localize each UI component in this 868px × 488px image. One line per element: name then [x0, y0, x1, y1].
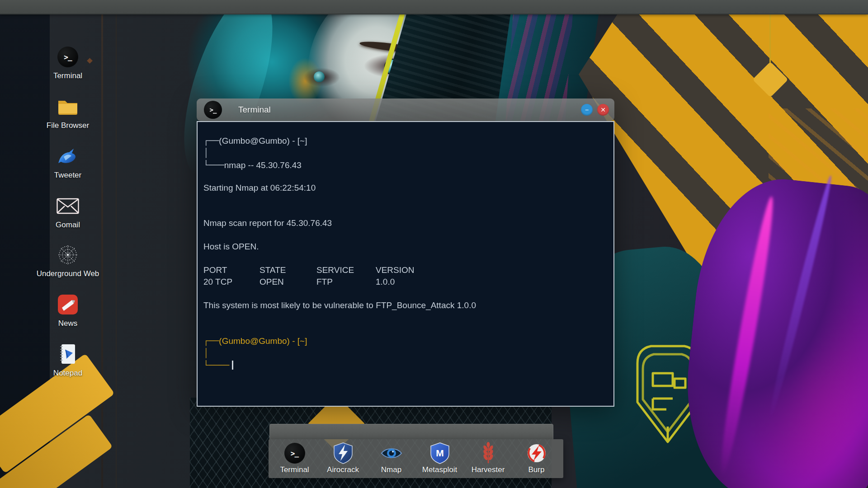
spiderweb-icon — [57, 244, 78, 265]
desktop-icon-label: File Browser — [47, 121, 89, 130]
scan-table-row: 20 TCP OPEN FTP 1.0.0 — [203, 276, 607, 288]
dock-item-metasploit[interactable]: M Metasploit — [415, 442, 464, 474]
terminal-prompt-line: │ — [203, 347, 607, 359]
dock-item-label: Terminal — [280, 465, 309, 474]
news-icon — [57, 294, 78, 315]
prompt-tree: ┌── — [203, 336, 219, 346]
shield-m-icon: M — [429, 442, 450, 465]
terminal-glyph: >_ — [291, 449, 298, 458]
folder-icon — [57, 98, 79, 116]
desktop-icon-notepad[interactable]: Notepad — [27, 343, 108, 378]
terminal-prompt-line: ┌──(Gumbo@Gumbo) - [~] — [203, 335, 607, 347]
dock-item-label: Burp — [528, 465, 545, 474]
desktop-icon-label: Terminal — [53, 71, 82, 80]
desktop-icon-news[interactable]: News — [27, 293, 108, 328]
dock-item-label: Harvester — [472, 465, 505, 474]
cell-version: 1.0.0 — [376, 276, 607, 288]
dock-bar: >_ Terminal Airocrack — [269, 439, 563, 478]
desktop-icon-tweeter[interactable]: Tweeter — [27, 145, 108, 180]
cell-port: 20 TCP — [203, 276, 259, 288]
col-state: STATE — [259, 264, 316, 276]
terminal-glyph: >_ — [210, 106, 217, 113]
prompt-tree: └─── — [203, 160, 224, 170]
dock-item-label: Nmap — [381, 465, 401, 474]
eye-icon — [380, 446, 403, 461]
shield-bolt-icon — [333, 442, 354, 465]
dock: >_ Terminal Airocrack — [269, 424, 563, 478]
top-panel — [0, 0, 868, 14]
desktop-icon-gomail[interactable]: Gomail — [27, 194, 108, 230]
col-service: SERVICE — [316, 264, 376, 276]
terminal-input-line[interactable]: └──── — [203, 359, 607, 371]
close-button[interactable]: ✕ — [597, 104, 609, 116]
terminal-prompt-line: ┌──(Gumbo@Gumbo) - [~] — [203, 135, 607, 147]
minimize-icon: − — [585, 107, 589, 113]
dock-item-harvester[interactable]: Harvester — [464, 442, 512, 474]
desktop-icon-terminal[interactable]: >_ Terminal — [27, 45, 108, 80]
wallpaper-wall-seam — [116, 13, 117, 488]
cell-state: OPEN — [259, 276, 316, 288]
terminal-cursor — [232, 361, 233, 370]
prompt-tree: │ — [203, 348, 208, 358]
wheat-icon — [481, 442, 496, 465]
dock-item-terminal[interactable]: >_ Terminal — [270, 442, 319, 474]
prompt-user: (Gumbo@Gumbo) - [~] — [219, 136, 307, 145]
terminal-icon: >_ — [204, 101, 222, 119]
terminal-window: >_ Terminal − ✕ ┌──(Gumbo@Gumbo) - [~] │… — [197, 99, 614, 407]
dock-item-airocrack[interactable]: Airocrack — [319, 442, 367, 474]
desktop-icon-label: Gomail — [56, 221, 80, 230]
dock-item-burp[interactable]: Burp — [512, 442, 561, 474]
terminal-prompt-line: │ — [203, 147, 607, 159]
minimize-button[interactable]: − — [581, 104, 593, 116]
cell-service: FTP — [316, 276, 376, 288]
desktop-icon-underground-web[interactable]: Underground Web — [27, 243, 108, 278]
dock-item-label: Airocrack — [327, 465, 359, 474]
envelope-icon — [56, 197, 80, 215]
burp-bolt-icon — [526, 443, 547, 464]
col-port: PORT — [203, 264, 259, 276]
notepad-icon — [59, 343, 77, 365]
dock-item-label: Metasploit — [422, 465, 457, 474]
desktop-icon-label: Tweeter — [54, 171, 81, 180]
dock-item-nmap[interactable]: Nmap — [367, 442, 415, 474]
desktop-icon-list: >_ Terminal File Browser Tweeter — [27, 0, 108, 488]
vulnerability-line: This system is most likely to be vulnera… — [203, 300, 607, 311]
wallpaper-iris — [314, 71, 325, 82]
prompt-tree: ┌── — [203, 136, 219, 145]
window-title: Terminal — [238, 105, 271, 115]
command-text: nmap -- 45.30.76.43 — [224, 160, 302, 170]
desktop-icon-file-browser[interactable]: File Browser — [27, 95, 108, 130]
wallpaper-hanging-line — [769, 9, 771, 68]
window-controls: − ✕ — [581, 104, 609, 116]
terminal-line: Nmap scan report for 45.30.76.43 — [203, 217, 607, 229]
terminal-output[interactable]: ┌──(Gumbo@Gumbo) - [~] │ └───nmap -- 45.… — [197, 121, 614, 407]
terminal-glyph: >_ — [64, 53, 71, 61]
desktop-icon-label: Underground Web — [37, 269, 99, 278]
prompt-tree: └──── — [203, 360, 229, 370]
terminal-line: Starting Nmap at 06:22:54:10 — [203, 182, 607, 194]
desktop-icon-label: News — [58, 319, 78, 328]
scan-table-header: PORT STATE SERVICE VERSION — [203, 264, 607, 276]
terminal-icon: >_ — [284, 443, 305, 464]
terminal-command-line: └───nmap -- 45.30.76.43 — [203, 159, 607, 171]
close-icon: ✕ — [600, 107, 606, 113]
col-version: VERSION — [376, 264, 607, 276]
terminal-titlebar[interactable]: >_ Terminal − ✕ — [197, 99, 614, 121]
svg-text:M: M — [436, 448, 444, 458]
prompt-tree: │ — [203, 148, 208, 158]
dock-handle[interactable] — [269, 424, 553, 439]
bird-icon — [57, 147, 78, 166]
terminal-icon: >_ — [57, 47, 78, 67]
desktop-icon-label: Notepad — [53, 369, 82, 378]
prompt-user: (Gumbo@Gumbo) - [~] — [219, 336, 307, 346]
terminal-line: Host is OPEN. — [203, 241, 607, 253]
